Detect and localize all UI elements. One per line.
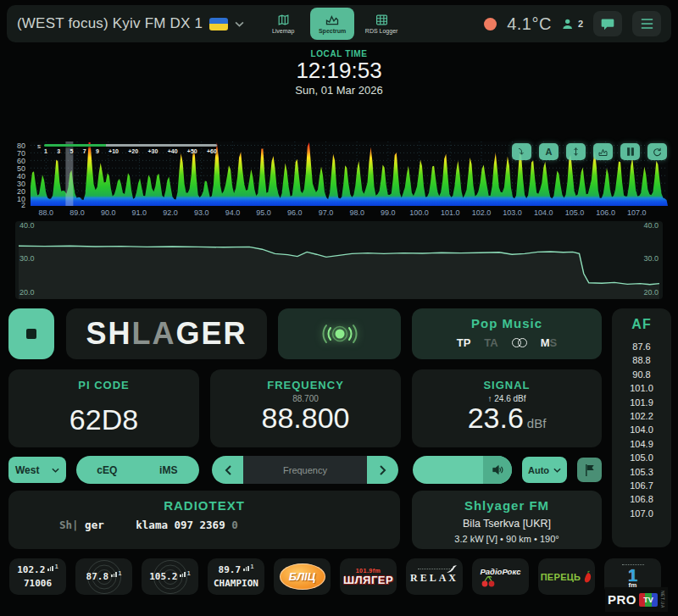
spectrum-x-tick: 90.0 <box>97 208 119 217</box>
preset-button-105.2[interactable]: 105.21 <box>142 558 198 595</box>
refresh-button[interactable] <box>647 143 667 160</box>
af-item[interactable]: 106.8 <box>612 492 671 506</box>
af-item[interactable]: 101.9 <box>612 396 671 409</box>
tab-spectrum[interactable]: Spectrum <box>310 8 354 40</box>
signal-label: SIGNAL <box>412 379 602 391</box>
af-item[interactable]: 107.0 <box>612 507 671 520</box>
vertical-arrows-button[interactable] <box>566 143 586 160</box>
slider-track[interactable] <box>44 144 217 147</box>
af-item[interactable]: 88.8 <box>612 353 671 367</box>
stop-audio-button[interactable] <box>8 308 54 359</box>
slider-tick-label: +10 <box>108 148 119 154</box>
shlyager-logo: 101.9fmШЛЯГЕР <box>343 568 393 586</box>
radiotext-label: RADIOTEXT <box>8 498 400 513</box>
af-item[interactable]: 105.0 <box>612 451 671 464</box>
spectrum-chart-button[interactable] <box>593 143 613 160</box>
eq-ims-toggle-group: cEQ iMS <box>76 456 199 484</box>
users-count: 2 <box>578 19 583 29</box>
af-item[interactable]: 101.0 <box>612 381 671 395</box>
slider-tick-label: 1 <box>44 148 47 154</box>
af-item[interactable]: 105.3 <box>612 465 671 479</box>
protv-logo[interactable]: PRO TV NET.UA <box>605 587 668 612</box>
slider-tick-label: 3 <box>57 148 60 154</box>
slider-tick-label: +50 <box>187 148 197 154</box>
spectrum-x-tick: 89.0 <box>66 208 88 217</box>
slider-tick-label: +20 <box>128 148 138 154</box>
af-item[interactable]: 87.6 <box>612 340 671 353</box>
signal-y-tick: 20.0 <box>19 288 35 297</box>
spectrum-x-tick: 92.0 <box>159 208 181 217</box>
ims-toggle[interactable]: iMS <box>138 464 200 476</box>
spectrum-x-axis: 88.089.090.091.092.093.094.095.096.097.0… <box>31 208 668 219</box>
bird-icon <box>446 565 458 574</box>
pepper-icon <box>583 570 592 584</box>
spectrum-interval-slider[interactable]: s 13579+10+20+30+40+50+60 <box>37 144 217 154</box>
spectrum-x-tick: 91.0 <box>128 208 150 217</box>
preset-button-shlyager[interactable]: 101.9fmШЛЯГЕР <box>340 558 397 595</box>
preset-button-blitz[interactable]: БЛІЦ <box>274 558 331 595</box>
af-item[interactable]: 90.8 <box>612 368 671 381</box>
table-grid-icon <box>375 14 388 25</box>
signal-value: 23.6dBf <box>412 403 602 434</box>
preset-button-89.7[interactable]: 89.71CHAMPION <box>208 558 264 595</box>
chevron-right-icon <box>380 465 386 475</box>
frequency-input[interactable] <box>243 456 367 484</box>
hamburger-icon <box>641 19 653 29</box>
slider-tick-label: 9 <box>96 148 99 154</box>
local-clock: LOCAL TIME 12:19:53 Sun, 01 Mar 2026 <box>0 49 678 97</box>
flag-icon <box>584 464 595 476</box>
preset-bar: 102.217100687.81105.2189.71CHAMPIONБЛІЦ1… <box>9 558 669 595</box>
spectrum-x-tick: 105.0 <box>564 208 586 217</box>
preset-button-roks[interactable]: РадіоРокс <box>472 558 529 595</box>
pause-button[interactable] <box>620 143 640 160</box>
temperature-status-icon <box>484 18 497 31</box>
frequency-value: 88.800 <box>210 403 401 434</box>
frequency-down-button[interactable] <box>212 456 243 484</box>
signal-panel: SIGNAL ↑ 24.6 dBf 23.6dBf <box>412 369 602 447</box>
protv-text: PRO <box>608 592 636 607</box>
mode-dropdown[interactable]: Auto <box>522 457 567 483</box>
af-item[interactable]: 106.7 <box>612 479 671 492</box>
online-users: 2 <box>562 17 583 31</box>
ps-text: SHLAGER <box>86 316 247 352</box>
tab-rds-logger[interactable]: RDS Logger <box>359 8 403 40</box>
speaker-icon[interactable] <box>483 456 512 484</box>
stop-icon <box>26 329 36 339</box>
ceq-toggle[interactable]: cEQ <box>76 464 138 476</box>
protv-side-text: NET.UA <box>660 591 665 608</box>
user-icon <box>562 17 575 31</box>
preset-button-87.8[interactable]: 87.81 <box>75 558 132 595</box>
slider-prefix: s <box>37 142 41 150</box>
chevron-down-icon <box>52 468 59 473</box>
ps-panel: SHLAGER <box>66 308 267 359</box>
letter-a-button[interactable]: A <box>539 143 559 160</box>
antenna-indicator: 1 <box>180 569 190 578</box>
af-item[interactable]: 104.9 <box>612 437 671 451</box>
preset-button-relax[interactable]: RELAX <box>406 558 463 595</box>
af-item[interactable]: 104.0 <box>612 423 671 436</box>
preset-button-102.2[interactable]: 102.2171006 <box>9 558 66 595</box>
tab-livemap[interactable]: Livemap <box>261 8 305 40</box>
signal-y-tick: 40.0 <box>643 221 659 230</box>
spectrum-x-tick: 88.0 <box>35 208 57 217</box>
menu-button[interactable] <box>632 11 661 36</box>
clock-date: Sun, 01 Mar 2026 <box>0 84 678 97</box>
server-title-dropdown[interactable]: (WEST focus) Kyiv FM DX 1 <box>17 15 244 32</box>
station-name: Shlyager FM <box>412 498 602 513</box>
pull-down-arrow-button[interactable] <box>512 143 531 160</box>
af-item[interactable]: 102.2 <box>612 409 671 423</box>
flag-button[interactable] <box>577 458 602 482</box>
spectrum-chart-icon <box>325 14 339 25</box>
signal-y-tick: 40.0 <box>19 221 35 230</box>
preset-button-perets[interactable]: ПЕРЕЦЬ <box>538 558 595 595</box>
chat-button[interactable] <box>593 11 622 36</box>
region-dropdown[interactable]: West <box>8 457 66 483</box>
frequency-up-button[interactable] <box>367 456 398 484</box>
spectrum-x-tick: 101.0 <box>439 208 461 217</box>
volume-slider[interactable] <box>413 456 512 484</box>
spectrum-y-tick: 2 <box>21 201 25 209</box>
spectrum-x-tick: 104.0 <box>532 208 554 217</box>
mode-value: Auto <box>528 465 549 475</box>
spectrum-x-tick: 103.0 <box>502 208 524 217</box>
one-fm-logo: 1fm <box>622 564 644 589</box>
